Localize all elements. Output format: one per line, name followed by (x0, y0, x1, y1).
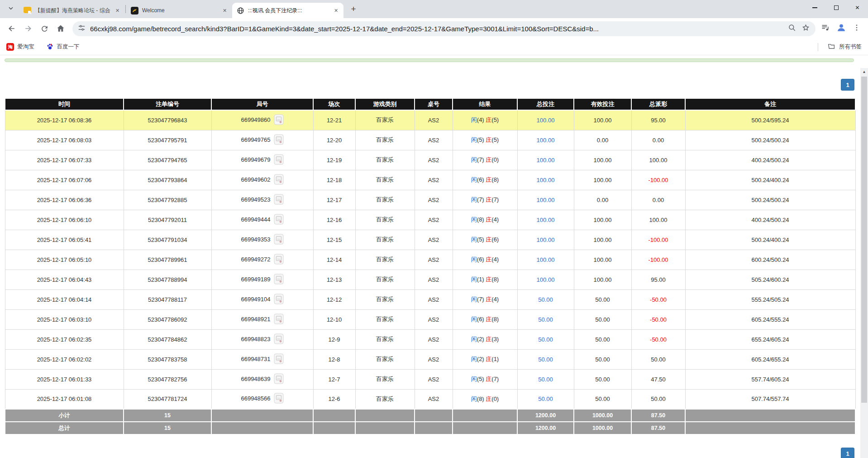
back-button[interactable] (4, 20, 20, 37)
cell-valid-bet: 50.00 (574, 349, 631, 369)
cell-total-bet: 100.00 (517, 210, 574, 230)
bet-table-body: 2025-12-17 06:08:36 523047796843 6699498… (5, 110, 855, 409)
all-bookmarks-button[interactable]: 所有书签 (818, 42, 862, 52)
result-banker-value: (4) (491, 256, 499, 263)
cell-remark: 557.74/605.24 (685, 369, 855, 389)
replay-video-icon[interactable] (274, 313, 284, 326)
bookmark-taobao[interactable]: 淘 爱淘宝 (6, 43, 34, 51)
close-tab-icon[interactable]: ✕ (221, 7, 229, 14)
bookmark-label: 百度一下 (57, 43, 80, 51)
replay-video-icon[interactable] (274, 194, 284, 206)
cell-session: 12-21 (313, 110, 355, 130)
tab-bet-records[interactable]: :::视讯 会员下注纪录::: ✕ (232, 3, 343, 18)
result-banker-label: 庄 (486, 336, 491, 342)
browser-toolbar: 66cxkj98.com/game/betrecord_search/kind3… (0, 18, 868, 39)
subtotal-empty-cell (685, 409, 855, 422)
pagination-page-1-bottom[interactable]: 1 (841, 448, 854, 458)
table-row: 2025-12-17 06:08:36 523047796843 6699498… (5, 110, 855, 130)
replay-video-icon[interactable] (274, 114, 284, 126)
col-game-type: 游戏类别 (355, 98, 415, 110)
cell-result: 闲(5) 庄(5) (453, 130, 517, 150)
reload-button[interactable] (36, 20, 52, 37)
result-player-value: (8) (477, 216, 484, 223)
round-no-value: 669949523 (241, 196, 270, 202)
tab-search-button[interactable] (5, 3, 17, 15)
close-window-button[interactable]: ✕ (847, 0, 868, 15)
close-tab-icon[interactable]: ✕ (332, 7, 340, 14)
replay-video-icon[interactable] (274, 353, 284, 366)
cell-valid-bet: 50.00 (574, 329, 631, 349)
scroll-up-arrow-icon[interactable]: ▲ (860, 68, 868, 76)
scrollbar-thumb[interactable] (861, 77, 867, 403)
replay-video-icon[interactable] (274, 254, 284, 266)
address-bar[interactable]: 66cxkj98.com/game/betrecord_search/kind3… (72, 21, 816, 36)
table-row: 2025-12-17 06:02:02 523047783758 6699487… (5, 349, 855, 369)
window-controls: ✕ (804, 0, 868, 15)
round-no-value: 669949104 (241, 295, 270, 302)
forward-icon (24, 24, 33, 33)
tab-forum[interactable]: 【新提醒】海燕策略论坛 - 综合 ✕ (19, 3, 125, 18)
cell-session: 12-18 (313, 170, 355, 190)
cell-session: 12-6 (313, 389, 355, 409)
total-count: 15 (124, 422, 211, 434)
result-player-value: (4) (477, 116, 484, 123)
table-row: 2025-12-17 06:03:10 523047786092 6699489… (5, 309, 855, 329)
maximize-button[interactable] (825, 0, 847, 15)
url-input[interactable]: 66cxkj98.com/game/betrecord_search/kind3… (90, 25, 783, 33)
cell-round-no: 669948921 (211, 309, 313, 329)
cell-round-no: 669949523 (211, 190, 313, 210)
cell-session: 12-13 (313, 270, 355, 289)
omnibox-actions (788, 24, 810, 34)
result-player-value: (7) (477, 296, 484, 303)
total-empty-cell (211, 422, 313, 434)
result-banker-value: (6) (491, 236, 499, 243)
round-no-value: 669948639 (241, 375, 270, 382)
bookmark-baidu[interactable]: 百度一下 (46, 43, 80, 52)
all-bookmarks-label: 所有书签 (839, 43, 862, 51)
cell-time: 2025-12-17 06:01:33 (5, 369, 124, 389)
result-banker-value: (5) (491, 136, 499, 143)
cell-payout: -50.00 (631, 309, 685, 329)
replay-video-icon[interactable] (274, 234, 284, 246)
site-settings-icon[interactable] (78, 24, 86, 34)
cell-session: 12-19 (313, 150, 355, 170)
cell-bet-no: 523047784862 (124, 329, 211, 349)
minimize-button[interactable] (804, 0, 825, 15)
home-button[interactable] (52, 20, 69, 37)
zoom-icon[interactable] (788, 24, 796, 34)
replay-video-icon[interactable] (274, 274, 284, 286)
forward-button[interactable] (20, 20, 36, 37)
replay-video-icon[interactable] (274, 373, 284, 386)
close-tab-icon[interactable]: ✕ (114, 7, 121, 14)
cell-valid-bet: 100.00 (574, 110, 631, 130)
cell-remark: 555.24/505.24 (685, 289, 855, 309)
result-banker-label: 庄 (486, 316, 491, 323)
new-tab-button[interactable]: + (347, 3, 360, 15)
subtotal-row: 小计 15 1200.00 1000.00 87.50 (5, 409, 855, 422)
cell-valid-bet: 100.00 (574, 270, 631, 289)
replay-video-icon[interactable] (274, 134, 284, 146)
browser-menu-icon[interactable] (853, 24, 861, 34)
tab-welcome[interactable]: Welcome ✕ (126, 3, 232, 18)
replay-video-icon[interactable] (274, 294, 284, 306)
media-controls-icon[interactable] (821, 23, 830, 34)
replay-video-icon[interactable] (274, 214, 284, 226)
result-banker-value: (1) (491, 356, 499, 362)
replay-video-icon[interactable] (274, 174, 284, 186)
reload-icon (40, 24, 49, 33)
bookmark-star-icon[interactable] (801, 24, 810, 34)
replay-video-icon[interactable] (274, 333, 284, 346)
cell-result: 闲(5) 庄(7) (453, 369, 517, 389)
profile-avatar[interactable] (836, 23, 846, 34)
table-row: 2025-12-17 06:04:43 523047788994 6699491… (5, 270, 855, 289)
cell-payout: 95.00 (631, 270, 685, 289)
cell-time: 2025-12-17 06:04:14 (5, 289, 124, 309)
replay-video-icon[interactable] (274, 393, 284, 405)
table-row: 2025-12-17 06:06:10 523047792011 6699494… (5, 210, 855, 230)
page-scrollbar[interactable]: ▲ (860, 68, 868, 458)
col-result: 结果 (453, 98, 517, 110)
replay-video-icon[interactable] (274, 154, 284, 166)
pagination-page-1-top[interactable]: 1 (841, 79, 854, 91)
col-bet-no: 注单编号 (124, 98, 211, 110)
col-round-no: 局号 (211, 98, 313, 110)
